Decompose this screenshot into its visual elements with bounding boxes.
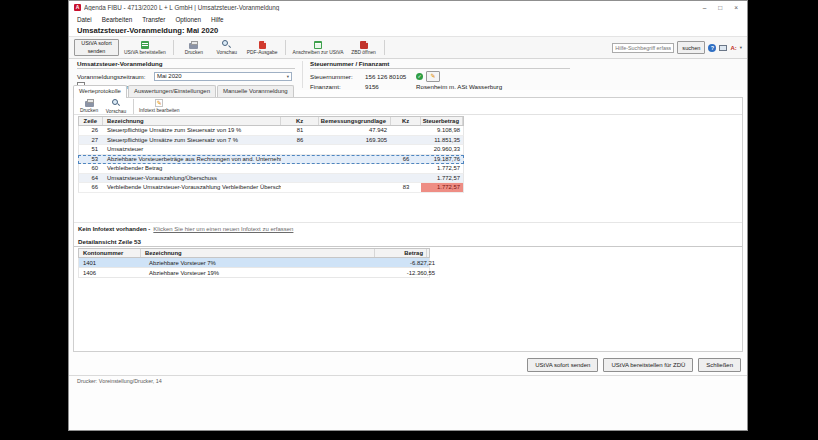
group-divider <box>302 61 303 88</box>
printer-icon <box>85 101 94 107</box>
menu-bearbeiten[interactable]: Bearbeiten <box>102 16 132 23</box>
edit-note-icon: ✎ <box>155 99 163 107</box>
footer-ustva-bereitstellen-zdue-button[interactable]: UStVA bereitstellen für ZDÜ <box>603 358 693 372</box>
title-bar: A Agenda FIBU - 4713/2020 L + L GmbH | U… <box>69 1 747 14</box>
infotext-bearbeiten-button[interactable]: ✎ Infotext bearbeiten <box>139 99 180 113</box>
detail-row-selected[interactable]: 1401 Abziehbare Vorsteuer 7% -6.827,21 <box>78 258 430 268</box>
maximize-button[interactable]: □ <box>718 4 722 11</box>
menu-datei[interactable]: Datei <box>77 16 92 23</box>
tax-number-value: 156 126 80105 <box>365 73 413 80</box>
detail-header-row: Kontonummer Bezeichnung Betrag <box>78 248 430 258</box>
menu-transfer[interactable]: Transfer <box>142 16 165 23</box>
status-text: Drucker: Voreinstellung/Drucker, 14 <box>77 378 162 384</box>
highlighted-amount-cell: 1.772,57 <box>421 183 463 192</box>
table-row[interactable]: 64 Umsatzsteuer-Vorauszahlung/Überschuss… <box>78 174 464 184</box>
tax-office-name: Rosenheim m. ASt Wasserburg <box>416 83 502 90</box>
period-label: Voranmeldungszeitraum: <box>77 73 151 80</box>
menu-bar: Datei Bearbeiten Transfer Optionen Hilfe <box>69 14 747 24</box>
help-search-area: suchen ? A: ▾ <box>612 41 742 54</box>
tab-werteprotokolle[interactable]: Werteprotokolle <box>73 85 127 98</box>
table-row[interactable]: 26 Steuerpflichtige Umsätze zum Steuersa… <box>78 126 464 136</box>
status-bar: Drucker: Voreinstellung/Drucker, 14 <box>69 375 747 430</box>
col-bezeichnung: Bezeichnung <box>141 249 375 257</box>
chevron-down-icon: ▾ <box>287 74 289 79</box>
zbd-oeffnen-button[interactable]: ZBD öffnen <box>349 38 379 57</box>
tab-strip: Werteprotokolle Auswertungen/Einstellung… <box>73 85 295 97</box>
monitor-icon[interactable] <box>719 45 727 51</box>
toolbar-separator <box>133 99 134 114</box>
tax-number-label: Steuernummer: <box>310 73 362 80</box>
pdf-icon <box>259 41 266 49</box>
footer-buttons: UStVA sofort senden UStVA bereitstellen … <box>527 358 741 372</box>
check-icon: ✓ <box>416 73 423 80</box>
window-controls: – □ × <box>703 4 738 11</box>
col-kz2: Kz <box>391 117 421 125</box>
tax-office-number: 9156 <box>365 83 413 90</box>
col-bemessungsgrundlage: Bemessungsgrundlage <box>319 117 391 125</box>
minimize-button[interactable]: – <box>703 4 707 11</box>
col-zeile: Zeile <box>79 117 103 125</box>
table-export-icon <box>141 41 149 49</box>
col-kz1: Kz <box>281 117 319 125</box>
ustva-bereitstellen-button[interactable]: UStVA bereitstellen <box>122 38 168 57</box>
table-row[interactable]: 51 Umsatzsteuer 20.960,33 <box>78 145 464 155</box>
menu-hilfe[interactable]: Hilfe <box>211 16 224 23</box>
agenda-logo-icon: A <box>74 4 81 11</box>
ustva-sofort-senden-button[interactable]: UStVA sofort senden <box>74 39 119 56</box>
steuernummer-group: Steuernummer / Finanzamt Steuernummer: 1… <box>310 60 570 91</box>
tab-manuelle-voranmeldung[interactable]: Manuelle Voranmeldung <box>217 85 294 97</box>
letter-icon <box>314 41 322 49</box>
page-title: Umsatzsteuer-Voranmeldung: Mai 2020 <box>69 24 747 36</box>
table-row-selected[interactable]: 53 Abziehbare Vorsteuerbeträge aus Rechn… <box>78 155 464 165</box>
col-kontonummer: Kontonummer <box>79 249 141 257</box>
group-title-voranmeldung: Umsatzsteuer-Voranmeldung <box>77 60 295 69</box>
panel-toolbar: Drucken Vorschau ✎ Infotext bearbeiten <box>74 98 742 115</box>
detail-row[interactable]: 1406 Abziehbare Vorsteuer 19% -12.360,55 <box>78 268 430 278</box>
suchen-button[interactable]: suchen <box>677 41 705 54</box>
ustva-table: Zeile Bezeichnung Kz Bemessungsgrundlage… <box>78 116 464 193</box>
infotext-line: Kein Infotext vorhanden - Klicken Sie hi… <box>78 226 293 232</box>
help-search-input[interactable] <box>612 43 674 53</box>
group-title-steuernummer: Steuernummer / Finanzamt <box>310 60 570 69</box>
menu-optionen[interactable]: Optionen <box>175 16 201 23</box>
chevron-down-icon[interactable]: ▾ <box>740 45 742 50</box>
help-icon[interactable]: ? <box>708 44 716 52</box>
col-betrag: Betrag <box>375 249 427 257</box>
period-select[interactable]: Mai 2020 ▾ <box>154 72 292 81</box>
infotext-label: Kein Infotext vorhanden - <box>78 226 150 232</box>
edit-pencil-button[interactable]: ✎ <box>426 71 440 82</box>
panel-vorschau-button[interactable]: Vorschau <box>104 99 128 114</box>
table-row[interactable]: 27 Steuerpflichtige Umsätze zum Steuersa… <box>78 136 464 146</box>
schliessen-button[interactable]: Schließen <box>698 358 741 372</box>
magnifier-icon <box>222 40 231 49</box>
drive-icon[interactable]: A: <box>730 44 736 52</box>
close-button[interactable]: × <box>734 4 738 11</box>
printer-icon <box>189 43 198 49</box>
table-header-row: Zeile Bezeichnung Kz Bemessungsgrundlage… <box>78 116 464 126</box>
magnifier-icon <box>112 99 121 108</box>
tax-office-label: Finanzamt: <box>310 83 362 90</box>
col-bezeichnung: Bezeichnung <box>103 117 281 125</box>
main-toolbar: UStVA sofort senden UStVA bereitstellen … <box>69 36 747 59</box>
tab-auswertungen[interactable]: Auswertungen/Einstellungen <box>128 85 216 97</box>
zbd-icon <box>360 41 368 49</box>
anschreiben-button[interactable]: Anschreiben zur UStVA <box>291 38 346 57</box>
section-divider <box>74 222 742 223</box>
table-row[interactable]: 60 Verbleibender Betrag 1.772,57 <box>78 164 464 174</box>
period-value: Mai 2020 <box>157 73 182 79</box>
app-window: A Agenda FIBU - 4713/2020 L + L GmbH | U… <box>68 0 748 431</box>
toolbar-separator <box>285 40 286 55</box>
drucken-button[interactable]: Drucken <box>179 38 209 57</box>
footer-ustva-sofort-senden-button[interactable]: UStVA sofort senden <box>527 358 598 372</box>
tab-content-panel: Drucken Vorschau ✎ Infotext bearbeiten Z… <box>73 97 743 352</box>
detail-section-title: Detailansicht Zeile 53 <box>74 237 742 247</box>
vorschau-button[interactable]: Vorschau <box>212 38 242 57</box>
window-title: Agenda FIBU - 4713/2020 L + L GmbH | Ums… <box>84 4 700 11</box>
infotext-link[interactable]: Klicken Sie hier um einen neuen Infotext… <box>153 226 293 232</box>
pdf-ausgabe-button[interactable]: PDF-Ausgabe <box>245 38 280 57</box>
table-row[interactable]: 66 Verbleibende Umsatzsteuer-Vorauszahlu… <box>78 183 464 193</box>
toolbar-separator <box>384 40 385 55</box>
toolbar-separator <box>173 40 174 55</box>
panel-drucken-button[interactable]: Drucken <box>77 99 101 113</box>
col-steuerbetrag: Steuerbetrag <box>421 117 463 125</box>
